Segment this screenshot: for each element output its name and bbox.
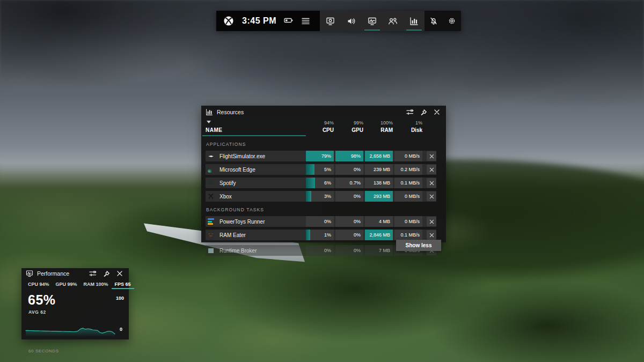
close-button[interactable]	[115, 269, 125, 278]
runtime-broker-icon	[207, 246, 215, 255]
audio-icon	[347, 17, 356, 26]
tab-fps[interactable]: FPS 65	[112, 279, 134, 289]
ram-cell: 239 MB	[365, 164, 393, 175]
edge-icon	[207, 165, 215, 174]
process-name: Runtime Broker	[219, 248, 304, 254]
process-row: PowerToys Runner 0% 0% 4 MB 0 MB/s	[206, 216, 436, 227]
gpu-cell: 0%	[335, 216, 363, 227]
process-name: Xbox	[219, 194, 304, 200]
cpu-cell: 79%	[306, 151, 334, 161]
sort-caret-icon	[207, 121, 211, 123]
social-widget-button[interactable]	[383, 11, 404, 31]
process-name: Spotify	[219, 180, 304, 186]
cpu-cell: 0%	[306, 245, 334, 256]
pin-icon	[420, 109, 427, 116]
process-row: Microsoft Edge 5% 0% 239 MB 0.2 MB/s	[206, 164, 436, 175]
resources-icon	[409, 17, 419, 26]
sliders-icon	[406, 109, 414, 115]
close-icon	[116, 270, 123, 277]
flight-sim-icon	[207, 152, 215, 160]
close-icon	[429, 167, 434, 172]
capture-widget-button[interactable]	[320, 11, 341, 31]
clock: 3:45 PM	[242, 16, 276, 26]
resources-column-headers: NAME 94% CPU 99% GPU 100% RAM 1% Disk	[201, 119, 446, 136]
gpu-cell: 98%	[335, 151, 363, 161]
performance-widget-button[interactable]	[362, 11, 383, 31]
process-row: RAM Eater 1% 0% 2,846 MB 0.1 MB/s	[206, 230, 436, 240]
x-axis-label: 60 SECONDS	[28, 349, 59, 353]
powertoys-icon	[207, 217, 215, 226]
ram-cell: 138 MB	[365, 178, 393, 188]
widget-options-button[interactable]	[88, 269, 98, 278]
end-task-button[interactable]	[427, 217, 436, 226]
end-task-button[interactable]	[427, 230, 436, 240]
widget-options-button[interactable]	[405, 107, 415, 117]
game-bar-toolbar: 3:45 PM	[216, 11, 461, 31]
gpu-cell: 0%	[335, 164, 363, 175]
capture-icon	[326, 17, 335, 26]
disk-cell: 0 MB/s	[394, 191, 422, 202]
audio-widget-button[interactable]	[341, 11, 362, 31]
xbox-logo-button[interactable]	[223, 15, 235, 27]
gpu-column-header[interactable]: 99% GPU	[335, 120, 363, 133]
settings-button[interactable]	[443, 11, 461, 31]
tab-gpu[interactable]: GPU 99%	[53, 279, 80, 289]
process-name: FlightSimulator.exe	[219, 153, 304, 159]
end-task-button[interactable]	[427, 165, 436, 174]
pin-button[interactable]	[419, 107, 428, 117]
cpu-cell: 5%	[306, 164, 334, 175]
performance-panel: Performance CPU 94% GPU 99%	[21, 268, 129, 339]
spotify-icon	[207, 179, 215, 187]
fps-chart-area: 65% AVG 62 100 0 60 SECONDS	[21, 289, 129, 339]
disk-cell: 0 MB/s	[394, 216, 422, 227]
applications-rows: FlightSimulator.exe 79% 98% 2,658 MB 0 M…	[201, 151, 446, 202]
notifications-off-button[interactable]	[425, 11, 443, 31]
cpu-column-header[interactable]: 94% CPU	[306, 120, 334, 133]
disk-cell: 0 MB/s	[394, 151, 422, 161]
ram-column-header[interactable]: 100% RAM	[365, 120, 393, 133]
close-icon	[429, 154, 434, 159]
widget-menu-icon[interactable]	[301, 16, 311, 26]
disk-cell: 0.1 MB/s	[394, 178, 422, 188]
pin-icon	[103, 270, 110, 277]
disk-cell: 0.2 MB/s	[394, 164, 422, 175]
resources-panel-title: Resources	[217, 109, 244, 115]
end-task-button[interactable]	[427, 191, 436, 201]
process-name: Microsoft Edge	[219, 167, 304, 173]
process-name: PowerToys Runner	[219, 219, 304, 225]
performance-panel-header: Performance	[21, 268, 129, 279]
social-icon	[388, 17, 398, 26]
ram-eater-icon	[207, 231, 215, 239]
gpu-cell: 0%	[335, 230, 363, 240]
close-icon	[429, 181, 434, 186]
resources-icon	[206, 108, 213, 116]
sort-by-name[interactable]: NAME	[206, 120, 304, 133]
close-icon	[429, 219, 434, 224]
gpu-cell: 0%	[335, 245, 363, 256]
gpu-cell: 0%	[335, 191, 363, 202]
pin-button[interactable]	[101, 269, 111, 278]
ram-cell: 2,658 MB	[365, 151, 393, 161]
resources-widget-button[interactable]	[404, 11, 425, 31]
disk-column-header[interactable]: 1% Disk	[394, 120, 422, 133]
show-less-button[interactable]: Show less	[396, 240, 441, 251]
performance-panel-title: Performance	[37, 270, 69, 277]
close-icon	[429, 194, 434, 199]
end-task-button[interactable]	[427, 178, 436, 188]
tab-cpu[interactable]: CPU 94%	[25, 279, 53, 289]
y-axis-min: 0	[120, 327, 122, 332]
close-button[interactable]	[432, 107, 442, 117]
current-fps-value: 65%	[28, 292, 56, 308]
y-axis-max: 100	[116, 295, 124, 301]
game-bar-home-section: 3:45 PM	[216, 11, 320, 31]
tab-ram[interactable]: RAM 100%	[80, 279, 112, 289]
battery-icon	[284, 16, 293, 26]
performance-icon	[368, 17, 377, 26]
close-icon	[434, 109, 440, 115]
end-task-button[interactable]	[427, 151, 436, 161]
name-column-header: NAME	[206, 127, 304, 133]
bell-off-icon	[429, 17, 438, 25]
ram-cell: 293 MB	[365, 191, 393, 202]
process-row: Spotify 6% 0.7% 138 MB 0.1 MB/s	[206, 178, 436, 188]
disk-cell: 0.1 MB/s	[394, 230, 422, 240]
